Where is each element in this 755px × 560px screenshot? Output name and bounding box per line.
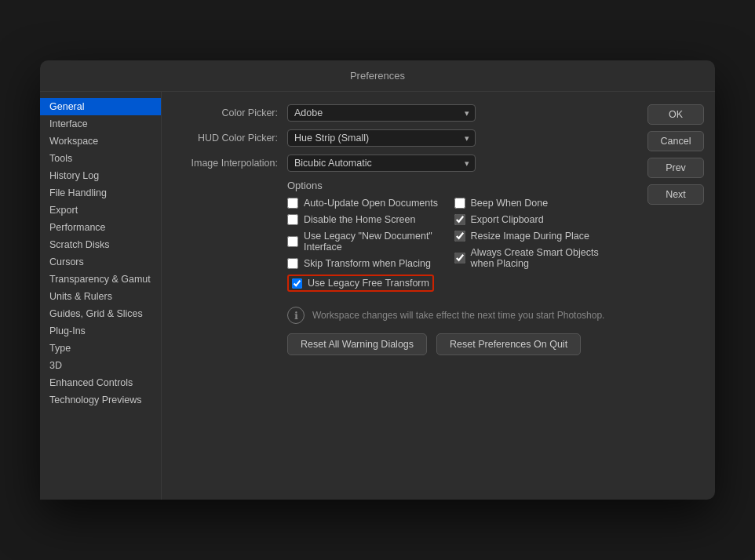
sidebar-item-guides--grid---slices[interactable]: Guides, Grid & Slices xyxy=(40,305,161,322)
skip-transform-checkbox[interactable] xyxy=(287,258,298,269)
option-auto-update: Auto-Update Open Documents xyxy=(287,198,454,209)
resize-image-checkbox[interactable] xyxy=(454,231,465,242)
image-interpolation-row: Image Interpolation: Bicubic Automatic P… xyxy=(177,155,621,172)
reset-prefs-button[interactable]: Reset Preferences On Quit xyxy=(436,333,581,355)
options-right-col: Beep When Done Export Clipboard Resize I… xyxy=(454,198,622,297)
option-smart-objects: Always Create Smart Objects when Placing xyxy=(454,247,622,269)
sidebar-item-workspace[interactable]: Workspace xyxy=(40,133,161,150)
color-picker-select-wrapper: Adobe Windows xyxy=(287,104,476,122)
main-content: Color Picker: Adobe Windows HUD Color Pi… xyxy=(162,92,636,500)
hud-color-picker-row: HUD Color Picker: Hue Strip (Small) Hue … xyxy=(177,129,621,147)
hud-color-picker-label: HUD Color Picker: xyxy=(177,133,287,144)
options-left-col: Auto-Update Open Documents Disable the H… xyxy=(287,198,454,297)
sidebar-item-cursors[interactable]: Cursors xyxy=(40,253,161,271)
ok-button[interactable]: OK xyxy=(647,104,704,125)
sidebar-item-general[interactable]: General xyxy=(40,98,161,115)
hud-color-picker-select-wrapper: Hue Strip (Small) Hue Strip (Medium) Hue… xyxy=(287,129,476,147)
option-resize-image: Resize Image During Place xyxy=(454,231,622,242)
sidebar-item-export[interactable]: Export xyxy=(40,202,161,219)
right-buttons-panel: OK Cancel Prev Next xyxy=(636,92,715,500)
next-button[interactable]: Next xyxy=(647,184,704,205)
smart-objects-checkbox[interactable] xyxy=(454,253,465,264)
options-title: Options xyxy=(287,180,621,191)
info-text: Workspace changes will take effect the n… xyxy=(312,310,604,321)
disable-home-checkbox[interactable] xyxy=(287,214,298,225)
smart-objects-label: Always Create Smart Objects when Placing xyxy=(471,247,622,269)
sidebar-item-interface[interactable]: Interface xyxy=(40,115,161,133)
resize-image-label: Resize Image During Place xyxy=(471,231,589,242)
legacy-free-transform-checkbox[interactable] xyxy=(292,278,302,289)
preferences-dialog: Preferences GeneralInterfaceWorkspaceToo… xyxy=(40,60,715,500)
beep-label: Beep When Done xyxy=(471,198,549,209)
sidebar-item-file-handling[interactable]: File Handling xyxy=(40,184,161,202)
auto-update-label: Auto-Update Open Documents xyxy=(304,198,438,209)
sidebar-item-scratch-disks[interactable]: Scratch Disks xyxy=(40,236,161,253)
info-icon: ℹ xyxy=(287,307,305,324)
legacy-free-transform-label: Use Legacy Free Transform xyxy=(308,278,429,289)
bottom-buttons: Reset All Warning Dialogs Reset Preferen… xyxy=(287,333,621,355)
option-skip-transform: Skip Transform when Placing xyxy=(287,258,454,269)
sidebar-item-history-log[interactable]: History Log xyxy=(40,167,161,184)
disable-home-label: Disable the Home Screen xyxy=(304,214,415,225)
option-legacy-free-transform: Use Legacy Free Transform xyxy=(287,275,434,292)
option-disable-home: Disable the Home Screen xyxy=(287,214,454,225)
options-grid: Auto-Update Open Documents Disable the H… xyxy=(287,198,621,297)
legacy-new-doc-label: Use Legacy "New Document" Interface xyxy=(304,231,454,253)
option-legacy-new-doc: Use Legacy "New Document" Interface xyxy=(287,231,454,253)
sidebar-item-units---rulers[interactable]: Units & Rulers xyxy=(40,288,161,305)
export-clipboard-checkbox[interactable] xyxy=(454,214,465,225)
dialog-title: Preferences xyxy=(40,60,715,92)
color-picker-select[interactable]: Adobe Windows xyxy=(287,104,476,122)
image-interpolation-select-wrapper: Bicubic Automatic Preserve Details 2.0 B… xyxy=(287,155,476,172)
beep-checkbox[interactable] xyxy=(454,198,465,209)
color-picker-label: Color Picker: xyxy=(177,107,287,118)
sidebar-item-type[interactable]: Type xyxy=(40,340,161,357)
option-beep: Beep When Done xyxy=(454,198,622,209)
sidebar: GeneralInterfaceWorkspaceToolsHistory Lo… xyxy=(40,92,162,500)
prev-button[interactable]: Prev xyxy=(647,158,704,178)
image-interpolation-select[interactable]: Bicubic Automatic Preserve Details 2.0 B… xyxy=(287,155,476,172)
legacy-new-doc-checkbox[interactable] xyxy=(287,236,298,247)
skip-transform-label: Skip Transform when Placing xyxy=(304,258,431,269)
cancel-button[interactable]: Cancel xyxy=(647,131,704,151)
reset-warnings-button[interactable]: Reset All Warning Dialogs xyxy=(287,333,427,355)
sidebar-item-enhanced-controls[interactable]: Enhanced Controls xyxy=(40,374,161,391)
sidebar-item-performance[interactable]: Performance xyxy=(40,219,161,236)
color-picker-row: Color Picker: Adobe Windows xyxy=(177,104,621,122)
sidebar-item-tools[interactable]: Tools xyxy=(40,150,161,167)
hud-color-picker-select[interactable]: Hue Strip (Small) Hue Strip (Medium) Hue… xyxy=(287,129,476,147)
sidebar-item-technology-previews[interactable]: Technology Previews xyxy=(40,391,161,409)
image-interpolation-label: Image Interpolation: xyxy=(177,158,287,169)
export-clipboard-label: Export Clipboard xyxy=(471,214,544,225)
option-export-clipboard: Export Clipboard xyxy=(454,214,622,225)
sidebar-item-plug-ins[interactable]: Plug-Ins xyxy=(40,322,161,340)
dialog-body: GeneralInterfaceWorkspaceToolsHistory Lo… xyxy=(40,92,715,500)
info-notice: ℹ Workspace changes will take effect the… xyxy=(287,307,621,324)
sidebar-item-transparency---gamut[interactable]: Transparency & Gamut xyxy=(40,271,161,288)
sidebar-item-3d[interactable]: 3D xyxy=(40,357,161,374)
auto-update-checkbox[interactable] xyxy=(287,198,298,209)
